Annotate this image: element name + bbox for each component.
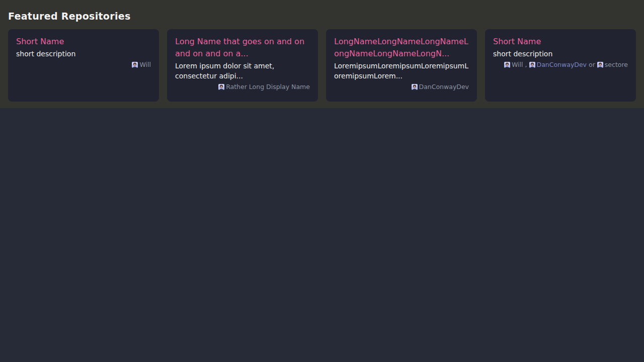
- author-chip: Will: [132, 61, 151, 69]
- repo-description: Lorem ipsum dolor sit amet, consectetur …: [175, 61, 310, 81]
- repo-description: short description: [493, 49, 628, 59]
- repo-card[interactable]: LongNameLongNameLongNameLongNameLongName…: [326, 29, 477, 102]
- repo-title[interactable]: Short Name: [493, 36, 628, 48]
- author-name: Will: [512, 61, 523, 69]
- author-separator: or: [589, 61, 595, 69]
- author-name: Will: [139, 61, 151, 69]
- author-separator: ,: [525, 61, 527, 69]
- repo-title[interactable]: LongNameLongNameLongNameLongNameLongName…: [334, 36, 469, 60]
- person-avatar-icon: [412, 84, 418, 90]
- author-name-link[interactable]: DanConwayDev: [537, 61, 587, 69]
- repo-authors: Rather Long Display Name: [175, 83, 310, 91]
- repo-card-row: Short Name short description Will: [8, 29, 636, 102]
- author-chip: DanConwayDev: [529, 61, 587, 69]
- repo-description: LoremipsumLoremipsumLoremipsumLoremipsum…: [334, 61, 469, 81]
- person-avatar-icon: [504, 62, 510, 68]
- page-title: Featured Repositories: [8, 11, 636, 22]
- repo-authors: DanConwayDev: [334, 83, 469, 91]
- author-name: DanConwayDev: [419, 83, 469, 91]
- repo-card[interactable]: Short Name short description Will: [8, 29, 159, 102]
- person-avatar-icon: [132, 62, 138, 68]
- person-avatar-icon: [218, 84, 224, 90]
- repo-title[interactable]: Short Name: [16, 36, 151, 48]
- person-avatar-icon: [597, 62, 603, 68]
- featured-repositories-section: Featured Repositories Short Name short d…: [0, 0, 644, 108]
- repo-title[interactable]: Long Name that goes on and on and on and…: [175, 36, 310, 60]
- author-chip: DanConwayDev: [412, 83, 469, 91]
- repo-description: short description: [16, 49, 151, 59]
- author-chip: Rather Long Display Name: [218, 83, 310, 91]
- author-name: Rather Long Display Name: [226, 83, 310, 91]
- author-chip: Will: [504, 61, 523, 69]
- repo-card[interactable]: Short Name short description Will: [485, 29, 636, 102]
- repo-card[interactable]: Long Name that goes on and on and on and…: [167, 29, 318, 102]
- person-avatar-icon: [529, 62, 535, 68]
- author-chip: sectore: [597, 61, 628, 69]
- repo-authors: Will , DanConwayDev or: [493, 61, 628, 69]
- repo-authors: Will: [16, 61, 151, 69]
- author-name: sectore: [605, 61, 628, 69]
